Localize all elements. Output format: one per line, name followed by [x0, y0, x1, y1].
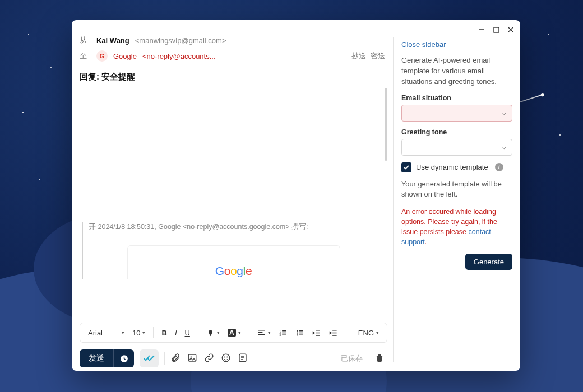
svg-rect-0 — [494, 27, 499, 32]
window-minimize-button[interactable] — [478, 26, 485, 34]
chevron-down-icon: ⌵ — [502, 109, 506, 116]
emoji-icon[interactable] — [221, 353, 232, 364]
schedule-send-button[interactable] — [114, 354, 134, 363]
tone-select[interactable]: ⌵ — [401, 139, 512, 156]
recipient-avatar: G — [96, 50, 108, 62]
svg-point-11 — [224, 357, 225, 358]
language-select[interactable]: ENG▾ — [356, 325, 381, 340]
chevron-down-icon: ⌵ — [502, 143, 506, 151]
svg-point-4 — [297, 330, 298, 331]
to-row[interactable]: 至 G Google <no-reply@accounts... 抄送 密送 — [80, 48, 385, 64]
outdent-button[interactable] — [310, 325, 323, 340]
attachment-icon[interactable] — [170, 353, 182, 364]
dynamic-template-checkbox[interactable] — [401, 162, 411, 172]
google-logo: Google — [215, 264, 252, 278]
bcc-button[interactable]: 密送 — [371, 52, 385, 61]
compose-pane: 从 Kai Wang <manwingsvip@gmail.com> 至 G G… — [72, 20, 393, 371]
read-receipt-button[interactable] — [140, 349, 159, 367]
discard-icon[interactable] — [375, 353, 385, 363]
from-label: 从 — [80, 36, 91, 45]
text-color-button[interactable]: ▾ — [204, 325, 222, 340]
situation-select[interactable]: ⌵ — [401, 105, 512, 122]
dynamic-template-row: Use dynamic template i — [401, 162, 512, 172]
link-icon[interactable] — [204, 353, 215, 364]
close-sidebar-link[interactable]: Close sidebar — [401, 40, 512, 49]
quoted-message: 开 2024/1/8 18:50:31, Google <no-reply@ac… — [82, 222, 378, 279]
window-maximize-button[interactable] — [492, 26, 500, 34]
cc-button[interactable]: 抄送 — [351, 52, 366, 61]
situation-label: Email situation — [401, 94, 512, 102]
svg-text:3: 3 — [279, 334, 281, 337]
compose-window: 从 Kai Wang <manwingsvip@gmail.com> 至 G G… — [72, 20, 520, 371]
window-close-button[interactable] — [507, 26, 515, 34]
recipient-email: <no-reply@accounts... — [142, 52, 216, 60]
action-toolbar: 发送 已保存 — [72, 346, 393, 371]
from-email: <manwingsvip@gmail.com> — [135, 36, 226, 45]
saved-status: 已保存 — [341, 354, 363, 363]
svg-point-6 — [297, 334, 298, 335]
ordered-list-button[interactable]: 123 — [276, 325, 290, 340]
scrollbar-thumb[interactable] — [385, 88, 387, 161]
quoted-intro: 开 2024/1/8 18:50:31, Google <no-reply@ac… — [89, 222, 378, 232]
generate-button[interactable]: Generate — [465, 254, 512, 270]
from-row: 从 Kai Wang <manwingsvip@gmail.com> — [80, 32, 385, 48]
email-body[interactable]: 开 2024/1/8 18:50:31, Google <no-reply@ac… — [80, 88, 387, 323]
google-logo-card: Google — [127, 245, 340, 279]
subject-field[interactable]: 回复: 安全提醒 — [72, 64, 393, 87]
send-button[interactable]: 发送 — [80, 353, 113, 363]
ai-sidebar: Close sidebar Generate AI-powered email … — [394, 20, 520, 371]
tone-label: Greeting tone — [401, 128, 512, 136]
unordered-list-button[interactable] — [293, 325, 307, 340]
from-name: Kai Wang — [96, 36, 129, 45]
svg-point-10 — [222, 354, 230, 362]
align-button[interactable]: ▾ — [255, 325, 273, 340]
svg-point-12 — [226, 357, 228, 358]
svg-rect-8 — [188, 354, 196, 361]
info-icon[interactable]: i — [495, 163, 503, 171]
dynamic-template-label: Use dynamic template — [416, 163, 488, 171]
bold-button[interactable]: B — [159, 325, 169, 340]
error-message: An error occured while loading options. … — [401, 207, 512, 248]
italic-button[interactable]: I — [173, 325, 179, 340]
send-button-group: 发送 — [80, 349, 134, 367]
indent-button[interactable] — [327, 325, 340, 340]
generated-note: Your generated template will be shown on… — [401, 179, 512, 200]
recipient-name: Google — [113, 52, 137, 60]
font-size-select[interactable]: 10▾ — [130, 325, 147, 340]
highlight-color-button[interactable]: A▾ — [225, 325, 243, 340]
template-icon[interactable] — [238, 353, 249, 364]
underline-button[interactable]: U — [183, 325, 192, 340]
svg-point-9 — [191, 356, 192, 357]
image-icon[interactable] — [187, 353, 198, 364]
font-family-select[interactable]: Arial▾ — [86, 325, 127, 340]
svg-point-5 — [297, 332, 298, 333]
format-toolbar: Arial▾ 10▾ B I U ▾ A▾ ▾ 123 ENG▾ — [80, 323, 387, 343]
sidebar-description: Generate AI-powered email template for v… — [401, 55, 512, 87]
to-label: 至 — [80, 52, 91, 61]
